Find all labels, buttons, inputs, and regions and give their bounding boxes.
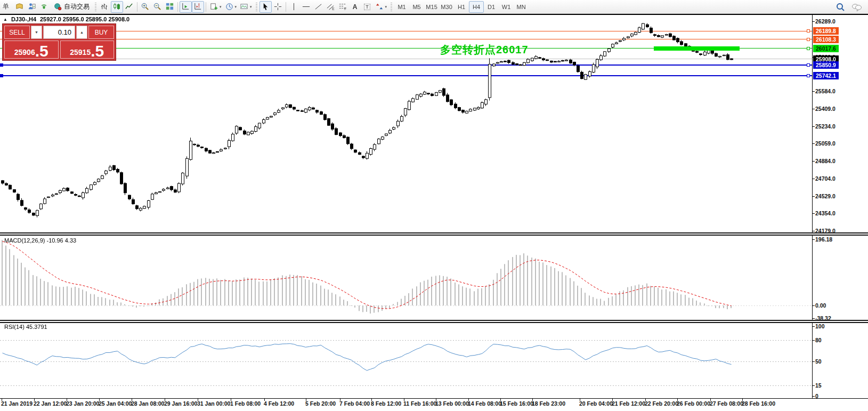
time-axis-label: 11 Feb 16:00: [403, 400, 436, 407]
time-axis-label: 21 Feb 12:00: [612, 400, 645, 407]
clock-icon: [225, 2, 234, 11]
time-axis-tick: [532, 399, 533, 401]
time-axis-label: 13 Feb 00:00: [435, 400, 469, 407]
pane-divider-rsi[interactable]: [0, 320, 868, 323]
timeframe-button-M30[interactable]: M30: [439, 1, 454, 13]
arrows-button[interactable]: ▾: [374, 1, 389, 13]
search-button[interactable]: [834, 1, 847, 13]
collapse-panel-icon[interactable]: ▲: [3, 17, 7, 22]
chat-button[interactable]: [850, 1, 864, 13]
candlestick-chart-button[interactable]: [111, 1, 123, 13]
time-axis-tick: [340, 399, 340, 401]
profiles-button[interactable]: ▾: [223, 1, 239, 13]
otc-controls-row: SELL ▼ ▲ BUY: [4, 26, 114, 39]
broadcast-icon: [39, 2, 48, 11]
trendline-button[interactable]: [312, 1, 325, 13]
sell-price-display[interactable]: 25906 .5: [4, 41, 59, 59]
volume-increase-button[interactable]: ▲: [76, 26, 87, 39]
highlight-bar[interactable]: [654, 46, 740, 51]
vertical-line-icon: [289, 2, 298, 11]
volume-input[interactable]: [43, 26, 75, 39]
new-order-button[interactable]: 单: [1, 1, 13, 13]
trendline-icon: [314, 2, 323, 11]
cursor-button[interactable]: [259, 1, 272, 13]
volume-decrease-button[interactable]: ▼: [31, 26, 42, 39]
new-chart-button[interactable]: ▾: [208, 1, 223, 13]
annotation-text[interactable]: 多空转折点26017: [440, 43, 529, 57]
chart-window-top-border: [0, 14, 868, 15]
line-handle[interactable]: [807, 63, 810, 67]
pane-divider-macd[interactable]: [0, 232, 868, 236]
sell-button[interactable]: SELL: [4, 26, 30, 39]
timeframe-button-M5[interactable]: M5: [409, 1, 424, 13]
price-axis-label: 100: [815, 323, 825, 329]
book-icon: [15, 2, 24, 11]
autotrading-label: 自动交易: [64, 2, 90, 11]
strategy-tester-button[interactable]: [26, 1, 38, 13]
cursor-icon: [261, 2, 270, 11]
zoom-in-icon: [141, 2, 150, 11]
price-axis-label: 25584.0: [815, 88, 835, 94]
fibonacci-icon: F: [338, 2, 347, 11]
price-axis-label: 24529.0: [815, 193, 835, 199]
text-button[interactable]: A: [349, 1, 361, 13]
time-axis-tick: [371, 399, 372, 401]
line-handle[interactable]: [0, 63, 3, 67]
toolbar-grip: [391, 3, 392, 11]
line-handle[interactable]: [807, 74, 810, 77]
timeframe-button-MN[interactable]: MN: [514, 1, 529, 13]
zoom-out-button[interactable]: [151, 1, 164, 13]
timeframe-button-H1[interactable]: H1: [454, 1, 469, 13]
svg-text:F: F: [344, 7, 346, 11]
chevron-down-icon[interactable]: ▾: [250, 5, 252, 9]
chart-shift-button[interactable]: [192, 1, 204, 13]
time-axis-label: 23 Jan 20:00: [66, 400, 99, 407]
time-axis-label: 7 Feb 04:00: [339, 400, 370, 407]
fibonacci-button[interactable]: F: [337, 1, 349, 13]
time-axis-label: 28 Jan 08:00: [131, 400, 164, 407]
buy-price-display[interactable]: 25915 .5: [60, 41, 115, 59]
timeframe-button-H4[interactable]: H4: [469, 1, 484, 13]
timeframe-button-M15[interactable]: M15: [424, 1, 439, 13]
line-handle[interactable]: [807, 29, 810, 33]
line-chart-button[interactable]: [123, 1, 135, 13]
channel-button[interactable]: E: [325, 1, 337, 13]
autotrading-button[interactable]: 自动交易: [50, 1, 93, 13]
timeframe-button-D1[interactable]: D1: [484, 1, 499, 13]
text-tool-icon: A: [353, 3, 358, 11]
toolbar-separator: [137, 2, 137, 12]
book-button[interactable]: [13, 1, 26, 13]
time-axis-tick: [500, 399, 501, 401]
tile-windows-icon: [165, 2, 174, 11]
zoom-in-button[interactable]: [139, 1, 151, 13]
time-axis-label: 28 Feb 16:00: [742, 400, 775, 407]
line-chart-icon: [125, 2, 134, 11]
tile-windows-button[interactable]: [164, 1, 176, 13]
vertical-line-button[interactable]: [288, 1, 300, 13]
crosshair-button[interactable]: [272, 1, 284, 13]
time-axis-label: 4 Feb 12:00: [264, 400, 294, 407]
autoscroll-button[interactable]: [180, 1, 192, 13]
bar-chart-button[interactable]: [99, 1, 111, 13]
chevron-down-icon[interactable]: ▾: [385, 5, 387, 9]
templates-button[interactable]: ▾: [238, 1, 254, 13]
chart-header: ▲ DJ30-,H4 25927.0 25956.0 25895.0 25908…: [3, 16, 129, 22]
signals-button[interactable]: [38, 1, 50, 13]
timeframe-button-M1[interactable]: M1: [394, 1, 409, 13]
chevron-down-icon[interactable]: ▾: [220, 5, 222, 9]
symbol-title: DJ30-,H4: [11, 16, 36, 22]
text-label-button[interactable]: T: [361, 1, 374, 13]
buy-button[interactable]: BUY: [88, 26, 114, 39]
chart-plot-canvas[interactable]: [0, 15, 812, 398]
horizontal-line-button[interactable]: [300, 1, 312, 13]
arrows-icon: [375, 2, 384, 11]
new-chart-icon: [209, 2, 218, 11]
line-handle[interactable]: [807, 47, 810, 50]
timeframe-button-W1[interactable]: W1: [499, 1, 514, 13]
price-tag: 25742.1: [813, 72, 839, 79]
line-handle[interactable]: [807, 38, 810, 41]
time-axis-tick: [231, 399, 231, 401]
time-axis-tick: [67, 399, 67, 401]
chevron-down-icon[interactable]: ▾: [235, 5, 237, 9]
line-handle[interactable]: [0, 74, 3, 77]
